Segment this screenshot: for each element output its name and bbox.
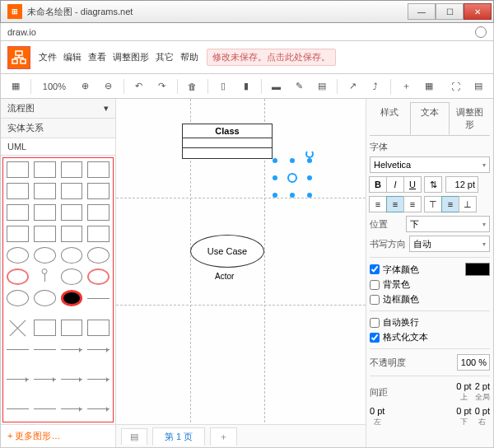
undo-icon[interactable]: ↶	[129, 77, 149, 96]
border-color-check[interactable]	[370, 295, 380, 305]
align-left-button[interactable]: ≡	[369, 196, 387, 212]
shadow-icon[interactable]: ▤	[312, 77, 332, 96]
shape-thumb[interactable]	[7, 379, 29, 395]
vertical-text-button[interactable]: ⇅	[424, 176, 442, 193]
shape-thumb[interactable]	[87, 298, 110, 315]
shape-thumb[interactable]	[61, 183, 83, 199]
shape-thumb[interactable]	[87, 161, 110, 178]
shape-thumb[interactable]	[7, 204, 29, 221]
unsaved-notice[interactable]: 修改未保存。点击此处保存。	[207, 49, 336, 66]
position-select[interactable]: 下	[406, 216, 490, 232]
zoom-select[interactable]: 100%	[36, 77, 72, 96]
shape-thumb[interactable]	[61, 161, 83, 178]
shape-thumb[interactable]	[34, 349, 56, 366]
sp-global-input[interactable]: 2 pt	[475, 381, 490, 391]
fullscreen-icon[interactable]: ⛶	[445, 77, 465, 96]
shape-thumb[interactable]	[87, 379, 110, 395]
align-right-button[interactable]: ≡	[403, 196, 422, 212]
opacity-input[interactable]: 100 %	[457, 354, 490, 371]
tab-text[interactable]: 文本	[410, 102, 450, 135]
delete-icon[interactable]: 🗑	[183, 77, 203, 96]
shape-thumb[interactable]	[34, 379, 56, 395]
sidebar-cat-flow[interactable]: 流程图▾	[1, 99, 115, 119]
bold-button[interactable]: B	[369, 176, 387, 193]
menu-help[interactable]: 帮助	[180, 51, 198, 63]
font-color-swatch[interactable]	[465, 263, 490, 276]
sp-top-input[interactable]: 0 pt	[456, 381, 471, 391]
uml-class-node[interactable]: Class	[182, 124, 273, 159]
shape-thumb[interactable]	[7, 349, 29, 366]
tab-style[interactable]: 样式	[370, 102, 410, 135]
menu-arrange[interactable]: 调整图形	[113, 51, 149, 63]
sidebar-cat-uml[interactable]: UML	[1, 138, 115, 156]
menu-extras[interactable]: 其它	[156, 51, 174, 63]
shape-thumb[interactable]	[87, 349, 110, 366]
close-button[interactable]: ✕	[464, 3, 492, 20]
canvas[interactable]: Class Use Case Actor ▤ 第 1 页 ＋	[116, 99, 366, 447]
line-icon[interactable]: ✎	[289, 77, 309, 96]
font-size-input[interactable]: 12 pt	[445, 176, 478, 193]
font-family-select[interactable]: Helvetica	[370, 156, 490, 173]
redo-icon[interactable]: ↷	[152, 77, 172, 96]
table-icon[interactable]: ▦	[419, 77, 439, 96]
shape-thumb[interactable]	[34, 320, 56, 336]
fill-icon[interactable]: ▬	[267, 77, 287, 96]
shape-thumb[interactable]	[61, 408, 83, 422]
minimize-button[interactable]: —	[408, 3, 436, 20]
page-tab-1[interactable]: 第 1 页	[152, 427, 205, 446]
direction-select[interactable]: 自动	[409, 236, 490, 252]
shape-thumb[interactable]	[7, 247, 29, 264]
shape-thumb[interactable]	[7, 290, 29, 306]
shape-thumb[interactable]	[61, 268, 83, 285]
shape-thumb[interactable]	[7, 161, 29, 178]
language-icon[interactable]	[475, 26, 487, 38]
shape-thumb[interactable]	[7, 183, 29, 199]
selection-handles[interactable]	[273, 158, 312, 198]
shape-thumb[interactable]	[61, 226, 83, 242]
zoom-in-icon[interactable]: ⊕	[76, 77, 96, 96]
page-menu-button[interactable]: ▤	[121, 428, 147, 445]
sp-bottom-input[interactable]: 0 pt	[456, 406, 471, 416]
shape-thumb[interactable]	[87, 204, 110, 221]
shape-thumb[interactable]	[34, 204, 56, 221]
zoom-out-icon[interactable]: ⊖	[99, 77, 119, 96]
shape-thumb[interactable]	[34, 161, 56, 178]
shape-thumb[interactable]	[7, 226, 29, 242]
valign-bottom-button[interactable]: ⊥	[459, 196, 477, 212]
shape-thumb[interactable]	[61, 379, 83, 395]
formatted-check[interactable]	[370, 333, 380, 343]
uml-usecase-node[interactable]: Use Case	[190, 235, 264, 268]
sidebar-cat-er[interactable]: 实体关系	[1, 119, 115, 138]
shape-thumb[interactable]	[7, 320, 29, 336]
rotate-handle-icon[interactable]	[305, 150, 314, 158]
sidebar-toggle-icon[interactable]: ▦	[6, 77, 26, 96]
shape-thumb[interactable]	[61, 247, 83, 264]
menu-view[interactable]: 查看	[88, 51, 106, 63]
shape-thumb[interactable]	[87, 408, 110, 422]
maximize-button[interactable]: ☐	[436, 3, 464, 20]
valign-top-button[interactable]: ⊤	[424, 196, 442, 212]
shape-thumb[interactable]	[87, 183, 110, 199]
tofront-icon[interactable]: ▯	[213, 77, 233, 96]
sp-left-input[interactable]: 0 pt	[370, 406, 384, 416]
shape-thumb[interactable]	[61, 290, 83, 306]
more-shapes-button[interactable]: + 更多图形…	[1, 424, 115, 447]
autowrap-check[interactable]	[370, 318, 380, 328]
align-center-button[interactable]: ≡	[386, 196, 404, 212]
underline-button[interactable]: U	[403, 176, 422, 193]
sp-right-input[interactable]: 0 pt	[475, 406, 490, 416]
valign-middle-button[interactable]: ≡	[441, 196, 459, 212]
tab-arrange[interactable]: 调整图形	[450, 102, 490, 135]
shape-thumb[interactable]	[34, 247, 56, 264]
shape-thumb[interactable]	[87, 268, 110, 285]
italic-button[interactable]: I	[386, 176, 404, 193]
menu-file[interactable]: 文件	[39, 51, 57, 63]
bg-color-check[interactable]	[370, 280, 380, 290]
shape-thumb[interactable]	[87, 247, 110, 264]
shape-thumb[interactable]	[34, 183, 56, 199]
toback-icon[interactable]: ▮	[236, 77, 256, 96]
format-toggle-icon[interactable]: ▤	[468, 77, 488, 96]
shape-thumb[interactable]	[61, 204, 83, 221]
shape-thumb[interactable]	[61, 349, 83, 366]
logo-icon[interactable]	[7, 46, 30, 69]
